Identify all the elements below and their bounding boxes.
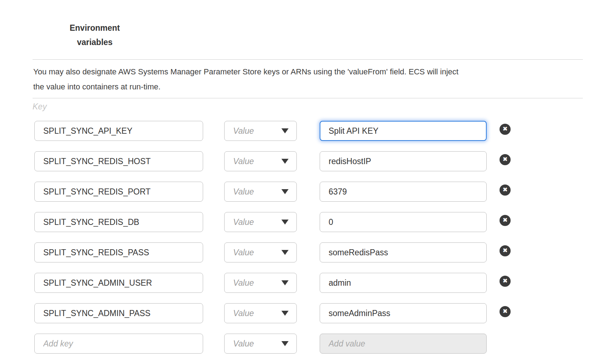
env-type-select[interactable]: Value (224, 151, 297, 171)
chevron-down-icon (281, 311, 289, 316)
section-label: Environment variables (65, 21, 124, 49)
env-type-selected-label: Value (233, 217, 254, 227)
close-icon: ✖ (502, 247, 507, 254)
env-variable-row: Value✖ (34, 242, 600, 262)
env-type-selected-label: Value (233, 309, 254, 318)
key-column-header: Key (33, 102, 600, 113)
close-icon: ✖ (502, 217, 507, 223)
env-type-selected-label: Value (233, 157, 254, 166)
close-icon: ✖ (502, 126, 507, 132)
env-type-select[interactable]: Value (224, 121, 297, 141)
env-type-selected-label: Value (233, 126, 254, 136)
env-value-input[interactable] (320, 242, 487, 262)
env-key-input[interactable] (34, 242, 203, 262)
env-variable-row: Value✖ (34, 121, 600, 141)
add-env-variable-row: Value (34, 334, 600, 354)
chevron-down-icon (281, 250, 289, 255)
remove-row-button[interactable]: ✖ (500, 245, 511, 256)
env-type-select[interactable]: Value (224, 303, 297, 323)
env-type-select[interactable]: Value (224, 242, 297, 262)
divider (33, 59, 583, 60)
environment-variable-rows: Value✖Value✖Value✖Value✖Value✖Value✖Valu… (34, 121, 600, 354)
env-type-select[interactable]: Value (224, 273, 297, 293)
chevron-down-icon (281, 159, 289, 164)
remove-row-button[interactable]: ✖ (500, 185, 511, 196)
chevron-down-icon (281, 189, 289, 194)
env-type-select[interactable]: Value (224, 334, 297, 354)
env-variable-row: Value✖ (34, 182, 600, 202)
divider (33, 98, 583, 98)
close-icon: ✖ (502, 278, 507, 284)
env-variable-row: Value✖ (34, 212, 600, 232)
env-value-input[interactable] (320, 303, 487, 323)
env-value-input[interactable] (320, 182, 487, 202)
env-value-input[interactable] (320, 151, 487, 171)
chevron-down-icon (281, 220, 289, 225)
env-key-input[interactable] (34, 212, 203, 232)
chevron-down-icon (281, 341, 289, 346)
add-key-input[interactable] (34, 334, 203, 354)
env-key-input[interactable] (34, 273, 203, 293)
remove-row-button[interactable]: ✖ (500, 215, 511, 226)
remove-row-button[interactable]: ✖ (500, 124, 511, 135)
env-value-input[interactable] (320, 212, 487, 232)
env-type-selected-label: Value (233, 187, 254, 197)
env-type-selected-label: Value (233, 278, 254, 288)
env-key-input[interactable] (34, 182, 203, 202)
env-variable-row: Value✖ (34, 151, 600, 171)
chevron-down-icon (281, 280, 289, 285)
env-type-selected-label: Value (233, 248, 254, 257)
close-icon: ✖ (502, 187, 507, 193)
env-variable-row: Value✖ (34, 303, 600, 323)
env-type-selected-label: Value (233, 339, 254, 349)
remove-row-button[interactable]: ✖ (500, 154, 511, 165)
env-value-input[interactable] (320, 273, 487, 293)
close-icon: ✖ (502, 156, 507, 162)
env-key-input[interactable] (34, 303, 203, 323)
remove-row-button[interactable]: ✖ (500, 276, 511, 287)
env-value-input[interactable] (320, 121, 487, 141)
add-value-input[interactable] (320, 334, 487, 354)
env-type-select[interactable]: Value (224, 182, 297, 202)
section-description: You may also designate AWS Systems Manag… (33, 64, 548, 94)
close-icon: ✖ (502, 308, 507, 314)
env-type-select[interactable]: Value (224, 212, 297, 232)
remove-row-button[interactable]: ✖ (500, 306, 511, 317)
chevron-down-icon (281, 128, 289, 133)
env-variable-row: Value✖ (34, 273, 600, 293)
env-key-input[interactable] (34, 121, 203, 141)
env-key-input[interactable] (34, 151, 203, 171)
